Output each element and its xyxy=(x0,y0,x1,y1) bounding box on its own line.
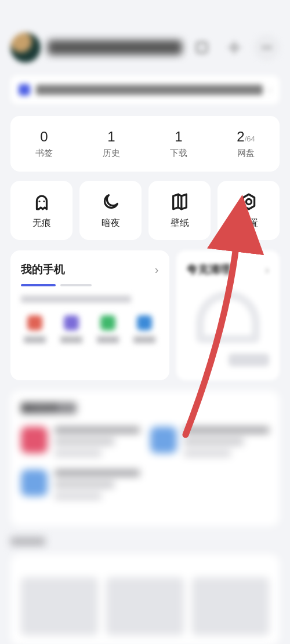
moon-icon xyxy=(101,192,121,212)
widgets-row: 我的手机 › 夸克清理 › xyxy=(10,250,280,380)
app-icon xyxy=(100,315,115,330)
tool-settings[interactable]: 设置 xyxy=(217,181,280,240)
svg-point-7 xyxy=(246,199,251,204)
app-row xyxy=(21,315,159,343)
scan-icon[interactable] xyxy=(189,35,215,60)
file-item[interactable] xyxy=(21,470,140,500)
file-meta xyxy=(55,427,140,457)
tool-darkmode[interactable]: 暗夜 xyxy=(79,181,142,240)
file-row xyxy=(21,427,269,457)
settings-icon xyxy=(239,192,259,212)
stat-history[interactable]: 1 历史 xyxy=(78,129,145,159)
tool-label: 暗夜 xyxy=(102,217,120,230)
stat-count: 1 xyxy=(78,129,145,145)
storage-gauge xyxy=(196,291,260,343)
files-title: 最近文件 xyxy=(21,402,77,414)
file-meta xyxy=(184,427,269,457)
tool-label: 壁纸 xyxy=(171,217,189,230)
stat-label: 下载 xyxy=(145,148,212,159)
thumb[interactable] xyxy=(192,577,269,635)
tool-label: 设置 xyxy=(240,217,258,230)
svg-rect-0 xyxy=(197,42,206,52)
theme-icon[interactable] xyxy=(222,35,247,60)
widget-subtitle xyxy=(21,296,131,303)
file-icon xyxy=(21,470,48,496)
notice-icon xyxy=(19,84,30,96)
avatar[interactable] xyxy=(10,32,41,63)
app-item[interactable] xyxy=(57,315,86,343)
widget-title: 夸克清理 xyxy=(187,262,270,277)
username[interactable] xyxy=(48,40,182,55)
ghost-icon xyxy=(32,192,52,212)
stat-label: 历史 xyxy=(78,148,145,159)
widget-tabs xyxy=(21,284,159,286)
notice-text xyxy=(36,85,263,95)
chevron-right-icon: › xyxy=(155,263,159,276)
file-icon xyxy=(150,427,177,453)
thumbs-card xyxy=(10,554,280,644)
app-label xyxy=(60,336,82,343)
tool-label: 无痕 xyxy=(32,217,51,230)
stat-downloads[interactable]: 1 下载 xyxy=(145,129,212,159)
file-meta xyxy=(55,470,140,500)
app-item[interactable] xyxy=(21,315,49,343)
chevron-right-icon: › xyxy=(269,85,271,95)
app-item[interactable] xyxy=(130,315,159,343)
chevron-right-icon: › xyxy=(265,263,269,276)
stat-cloud[interactable]: 2/64 网盘 xyxy=(212,129,280,159)
stat-label: 网盘 xyxy=(212,148,280,159)
app-label xyxy=(24,336,46,343)
profile-header xyxy=(0,22,290,75)
app-icon xyxy=(64,315,79,330)
svg-point-5 xyxy=(38,200,40,202)
stat-label: 书签 xyxy=(10,148,78,159)
tool-wallpaper[interactable]: 壁纸 xyxy=(148,181,211,240)
app-icon xyxy=(137,315,152,330)
notice-bar[interactable]: › xyxy=(10,75,280,104)
tools-grid: 无痕 暗夜 壁纸 设置 xyxy=(10,181,280,240)
tool-incognito[interactable]: 无痕 xyxy=(10,181,72,240)
app-label xyxy=(133,336,155,343)
status-bar xyxy=(0,0,290,22)
app-item[interactable] xyxy=(94,315,122,343)
widget-title: 我的手机 xyxy=(21,262,159,277)
clean-button[interactable] xyxy=(229,354,269,366)
file-icon xyxy=(21,427,48,453)
file-row xyxy=(21,470,269,500)
recent-files-card[interactable]: 最近文件 xyxy=(10,391,280,526)
thumb-row xyxy=(21,577,269,635)
stat-count: 1 xyxy=(145,129,212,145)
thumb[interactable] xyxy=(106,577,183,635)
thumb[interactable] xyxy=(21,577,98,635)
widget-cleanup[interactable]: 夸克清理 › xyxy=(176,250,280,380)
svg-point-1 xyxy=(232,45,237,50)
app-icon xyxy=(27,315,42,330)
section-label xyxy=(10,537,45,546)
map-icon xyxy=(170,192,190,212)
widget-my-phone[interactable]: 我的手机 › xyxy=(10,250,169,380)
more-icon[interactable] xyxy=(254,35,280,60)
svg-point-6 xyxy=(43,200,45,202)
stat-count: 0 xyxy=(10,129,78,145)
stat-count: 2/64 xyxy=(212,129,280,145)
svg-point-4 xyxy=(269,46,271,49)
stat-bookmarks[interactable]: 0 书签 xyxy=(10,129,78,159)
svg-point-2 xyxy=(262,46,264,49)
file-item[interactable] xyxy=(21,427,140,457)
stats-row: 0 书签 1 历史 1 下载 2/64 网盘 xyxy=(10,116,280,172)
app-label xyxy=(97,336,119,343)
svg-point-3 xyxy=(266,46,268,49)
file-item[interactable] xyxy=(150,427,269,457)
